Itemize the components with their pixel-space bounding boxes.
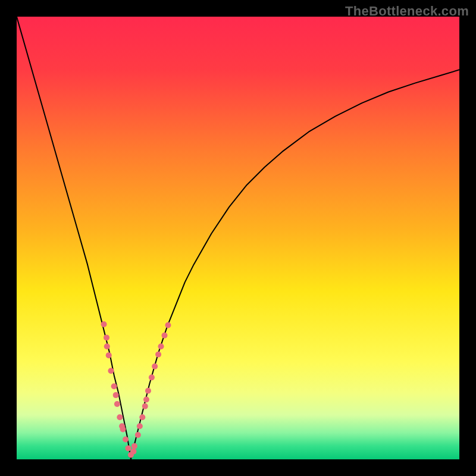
watermark-text: TheBottleneck.com <box>345 4 469 19</box>
benchmark-point <box>152 364 158 369</box>
chart-svg <box>17 17 459 459</box>
benchmark-point <box>142 403 148 409</box>
benchmark-point <box>101 321 107 327</box>
benchmark-point <box>131 443 137 449</box>
benchmark-point <box>111 383 117 389</box>
benchmark-point <box>117 414 123 420</box>
benchmark-point <box>135 432 141 438</box>
benchmark-point <box>114 401 120 407</box>
plot-area <box>17 17 459 459</box>
benchmark-point <box>139 414 145 420</box>
chart-frame: TheBottleneck.com <box>0 0 476 476</box>
benchmark-point <box>130 449 136 455</box>
benchmark-point <box>158 343 164 349</box>
benchmark-point <box>155 352 161 358</box>
benchmark-point <box>108 368 114 374</box>
benchmark-point <box>123 437 129 443</box>
benchmark-point <box>145 388 151 394</box>
benchmark-point <box>106 352 112 358</box>
benchmark-point <box>125 445 131 451</box>
benchmark-point <box>143 397 149 403</box>
benchmark-point <box>137 423 143 429</box>
benchmark-point <box>149 374 155 380</box>
benchmark-point <box>104 334 109 340</box>
benchmark-point <box>113 392 119 398</box>
benchmark-point <box>120 426 126 432</box>
benchmark-point <box>162 333 168 339</box>
benchmark-point <box>165 322 171 328</box>
gradient-background <box>17 17 459 459</box>
benchmark-point <box>104 343 110 349</box>
